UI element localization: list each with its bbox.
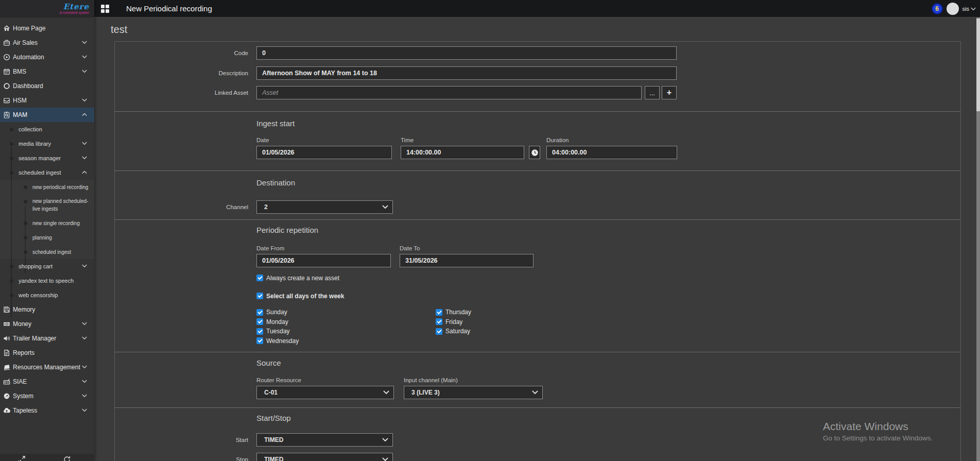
page-header-title: New Periodical recording [126, 0, 212, 18]
refresh-icon[interactable] [63, 455, 71, 461]
start-mode-select[interactable]: TIMED [256, 433, 393, 447]
day-row-saturday: Saturday [436, 327, 471, 336]
sidebar-item-label: yandex text to speech [19, 278, 74, 284]
home-icon [3, 25, 10, 32]
sidebar-item-bms[interactable]: BMS [0, 64, 94, 79]
description-input[interactable] [256, 66, 677, 80]
sidebar-item-shopping-cart[interactable]: shopping cart [0, 259, 94, 274]
ingest-duration-input[interactable] [546, 146, 677, 159]
sidebar-item-yandex-text-to-speech[interactable]: yandex text to speech [0, 274, 94, 288]
monday-label: Monday [266, 318, 288, 326]
etere-logo: Etere [63, 3, 89, 11]
code-input[interactable] [256, 46, 677, 60]
linked-asset-browse-button[interactable]: ... [645, 86, 660, 99]
router-resource-label: Router Resource [256, 377, 394, 384]
section-divider [115, 407, 960, 408]
chevron-up-icon [82, 113, 87, 116]
sidebar-item-scheduled-ingest[interactable]: scheduled ingest [0, 245, 94, 259]
notification-badge[interactable]: 6 [932, 3, 943, 14]
sidebar-item-new-planned-scheduled-live-ingests[interactable]: new planned scheduled-live ingests [0, 194, 94, 216]
sidebar-item-trailer-manager[interactable]: Trailer Manager [0, 331, 94, 346]
sidebar-item-media-library[interactable]: media library [0, 136, 94, 151]
sidebar-item-new-periodical-recording[interactable]: new periodical recording [0, 180, 94, 194]
chevron-down-icon [82, 365, 87, 369]
destination-heading: Destination [256, 178, 295, 187]
sidebar-item-resources-management[interactable]: Resources Management [0, 360, 94, 374]
sidebar-item-scheduled-ingest[interactable]: scheduled ingest [0, 165, 94, 180]
sidebar-item-label: new planned scheduled-live ingests [32, 197, 93, 213]
sidebar-item-system[interactable]: System [0, 389, 94, 403]
sidebar-item-air-sales[interactable]: Air Sales [0, 36, 94, 50]
dashboard-icon [3, 82, 10, 90]
user-menu[interactable]: sis [962, 6, 976, 12]
chevron-down-icon [82, 55, 87, 59]
channel-select[interactable]: 2 [256, 200, 393, 214]
ingest-date-input[interactable] [256, 146, 392, 159]
sunday-checkbox[interactable] [256, 309, 263, 316]
thursday-label: Thursday [445, 309, 471, 316]
friday-checkbox[interactable] [436, 318, 442, 325]
sidebar-item-dashboard[interactable]: Dashboard [0, 79, 94, 93]
sidebar-item-season-manager[interactable]: season manager [0, 151, 94, 165]
sidebar-item-label: web censorship [19, 292, 58, 298]
sidebar-item-automation[interactable]: Automation [0, 50, 94, 64]
thursday-checkbox[interactable] [436, 309, 442, 316]
date-from-input[interactable] [256, 254, 391, 267]
section-divider [115, 170, 960, 171]
sidebar-item-label: MAM [13, 111, 27, 118]
tuesday-checkbox[interactable] [256, 328, 263, 335]
page-title: test [111, 24, 127, 36]
sidebar-item-label: Trailer Manager [13, 335, 56, 342]
apps-grid-icon[interactable] [100, 4, 110, 13]
sidebar-item-planning[interactable]: planning [0, 230, 94, 245]
day-row-friday: Friday [436, 317, 471, 327]
stop-mode-select[interactable]: TIMED [256, 453, 393, 461]
sidebar-item-label: Memory [13, 306, 35, 313]
sidebar-item-money[interactable]: Money [0, 317, 94, 331]
avatar[interactable] [947, 3, 959, 15]
wednesday-checkbox[interactable] [256, 337, 263, 344]
sidebar-item-label: scheduled ingest [32, 248, 93, 256]
always-create-new-asset-checkbox[interactable] [256, 275, 263, 281]
chevron-down-icon [82, 264, 87, 268]
sidebar-item-memory[interactable]: Memory [0, 302, 94, 317]
select-all-days-checkbox[interactable] [256, 293, 263, 299]
time-label: Time [401, 137, 524, 144]
sidebar-item-siae[interactable]: SIAE [0, 374, 94, 389]
start-stop-heading: Start/Stop [256, 414, 291, 422]
sidebar-item-label: new periodical recording [32, 183, 93, 191]
sidebar-item-collection[interactable]: collection [0, 122, 94, 136]
linked-asset-label: Linked Asset [115, 90, 248, 96]
chevron-down-icon [82, 70, 87, 73]
linked-asset-input[interactable] [256, 86, 642, 99]
logo-area: Etere A consistent system [0, 0, 94, 18]
input-channel-select[interactable]: 3 (LIVE 3) [404, 386, 543, 399]
source-heading: Source [256, 358, 281, 367]
sidebar-item-mam[interactable]: MAM [0, 108, 94, 122]
sidebar-item-tapeless[interactable]: Tapeless [0, 403, 94, 418]
saturday-checkbox[interactable] [436, 328, 442, 335]
sidebar-item-web-censorship[interactable]: web censorship [0, 288, 94, 302]
scrollbar-thumb[interactable] [976, 19, 980, 111]
ingest-time-input[interactable] [401, 146, 524, 159]
expand-icon[interactable] [18, 455, 26, 461]
sidebar-item-new-single-recording[interactable]: new single recording [0, 216, 94, 230]
sidebar-item-home-page[interactable]: Home Page [0, 21, 94, 36]
day-row-sunday: Sunday [256, 308, 299, 317]
day-row-wednesday: Wednesday [256, 336, 299, 346]
monday-checkbox[interactable] [256, 318, 263, 325]
date-to-input[interactable] [400, 254, 534, 267]
app-root: Etere A consistent system Home PageAir S… [0, 0, 980, 461]
linked-asset-add-button[interactable]: + [662, 86, 677, 99]
sidebar-item-reports[interactable]: Reports [0, 346, 94, 360]
stop-label: Stop [115, 456, 248, 461]
cloud-upload-icon [3, 407, 10, 414]
section-divider [115, 219, 960, 220]
tuesday-label: Tuesday [266, 328, 290, 335]
router-resource-select[interactable]: C-01 [256, 386, 394, 399]
sidebar-item-label: Dashboard [13, 82, 43, 90]
time-picker-button[interactable] [529, 146, 540, 159]
sidebar-item-label: media library [19, 141, 51, 147]
sidebar-item-hsm[interactable]: HSM [0, 93, 94, 108]
sidebar-item-label: Home Page [13, 25, 45, 32]
